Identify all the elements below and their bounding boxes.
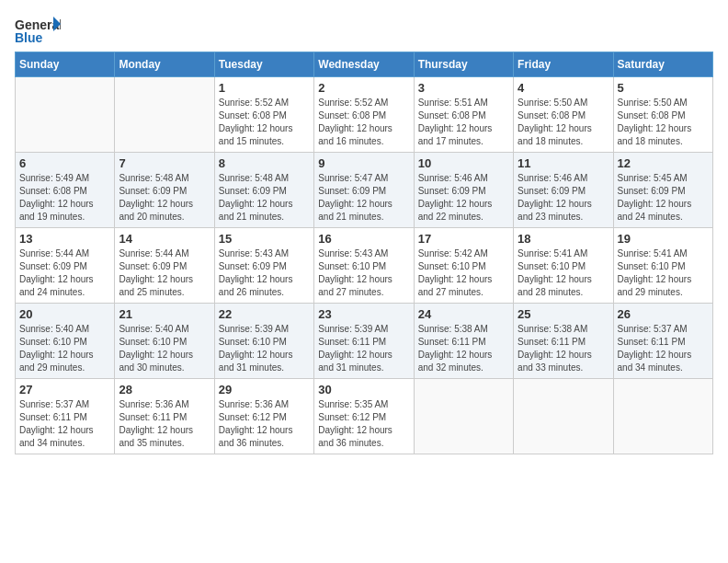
day-number: 11	[518, 156, 609, 170]
calendar-cell: 5Sunrise: 5:50 AM Sunset: 6:08 PM Daylig…	[613, 77, 712, 153]
calendar-cell: 8Sunrise: 5:48 AM Sunset: 6:09 PM Daylig…	[214, 153, 313, 228]
day-number: 7	[119, 156, 210, 170]
calendar-week-row: 1Sunrise: 5:52 AM Sunset: 6:08 PM Daylig…	[16, 77, 713, 153]
day-number: 23	[318, 307, 409, 321]
day-number: 3	[418, 81, 509, 95]
day-info: Sunrise: 5:38 AM Sunset: 6:11 PM Dayligh…	[518, 323, 609, 374]
day-info: Sunrise: 5:47 AM Sunset: 6:09 PM Dayligh…	[318, 172, 409, 224]
day-number: 10	[418, 156, 509, 170]
calendar-week-row: 6Sunrise: 5:49 AM Sunset: 6:08 PM Daylig…	[16, 153, 713, 228]
calendar-week-row: 27Sunrise: 5:37 AM Sunset: 6:11 PM Dayli…	[16, 379, 713, 454]
logo-svg: GeneralBlue	[15, 15, 61, 48]
day-number: 24	[418, 307, 509, 321]
day-number: 1	[219, 81, 310, 95]
calendar-cell: 2Sunrise: 5:52 AM Sunset: 6:08 PM Daylig…	[314, 77, 414, 153]
day-number: 21	[119, 307, 210, 321]
day-info: Sunrise: 5:52 AM Sunset: 6:08 PM Dayligh…	[318, 97, 409, 148]
logo: GeneralBlue	[15, 15, 61, 48]
day-info: Sunrise: 5:48 AM Sunset: 6:09 PM Dayligh…	[119, 172, 210, 224]
calendar-cell: 22Sunrise: 5:39 AM Sunset: 6:10 PM Dayli…	[214, 304, 313, 379]
day-number: 17	[418, 232, 509, 246]
calendar-cell: 19Sunrise: 5:41 AM Sunset: 6:10 PM Dayli…	[613, 228, 712, 304]
day-info: Sunrise: 5:52 AM Sunset: 6:08 PM Dayligh…	[219, 97, 310, 148]
calendar-cell: 4Sunrise: 5:50 AM Sunset: 6:08 PM Daylig…	[514, 77, 613, 153]
day-info: Sunrise: 5:44 AM Sunset: 6:09 PM Dayligh…	[119, 247, 210, 299]
day-info: Sunrise: 5:48 AM Sunset: 6:09 PM Dayligh…	[219, 172, 310, 224]
day-info: Sunrise: 5:50 AM Sunset: 6:08 PM Dayligh…	[618, 97, 709, 148]
day-info: Sunrise: 5:42 AM Sunset: 6:10 PM Dayligh…	[418, 247, 509, 299]
calendar-cell: 29Sunrise: 5:36 AM Sunset: 6:12 PM Dayli…	[214, 379, 313, 454]
calendar-cell: 14Sunrise: 5:44 AM Sunset: 6:09 PM Dayli…	[115, 228, 214, 304]
calendar-cell: 30Sunrise: 5:35 AM Sunset: 6:12 PM Dayli…	[314, 379, 414, 454]
day-number: 19	[618, 232, 709, 246]
calendar-cell	[414, 379, 513, 454]
day-number: 13	[19, 232, 110, 246]
day-info: Sunrise: 5:43 AM Sunset: 6:09 PM Dayligh…	[219, 247, 310, 299]
day-info: Sunrise: 5:46 AM Sunset: 6:09 PM Dayligh…	[418, 172, 509, 224]
day-number: 9	[318, 156, 409, 170]
day-info: Sunrise: 5:46 AM Sunset: 6:09 PM Dayligh…	[518, 172, 609, 224]
day-number: 14	[119, 232, 210, 246]
column-header-wednesday: Wednesday	[314, 52, 414, 77]
day-info: Sunrise: 5:41 AM Sunset: 6:10 PM Dayligh…	[518, 247, 609, 299]
day-info: Sunrise: 5:41 AM Sunset: 6:10 PM Dayligh…	[618, 247, 709, 299]
day-number: 8	[219, 156, 310, 170]
day-info: Sunrise: 5:38 AM Sunset: 6:11 PM Dayligh…	[418, 323, 509, 374]
column-header-tuesday: Tuesday	[214, 52, 313, 77]
calendar-table: SundayMondayTuesdayWednesdayThursdayFrid…	[15, 52, 713, 454]
day-info: Sunrise: 5:39 AM Sunset: 6:11 PM Dayligh…	[318, 323, 409, 374]
calendar-cell: 27Sunrise: 5:37 AM Sunset: 6:11 PM Dayli…	[16, 379, 115, 454]
day-number: 22	[219, 307, 310, 321]
column-header-thursday: Thursday	[414, 52, 513, 77]
day-info: Sunrise: 5:36 AM Sunset: 6:11 PM Dayligh…	[119, 398, 210, 450]
day-info: Sunrise: 5:37 AM Sunset: 6:11 PM Dayligh…	[19, 398, 110, 450]
calendar-cell: 20Sunrise: 5:40 AM Sunset: 6:10 PM Dayli…	[16, 304, 115, 379]
day-info: Sunrise: 5:36 AM Sunset: 6:12 PM Dayligh…	[219, 398, 310, 450]
calendar-cell: 18Sunrise: 5:41 AM Sunset: 6:10 PM Dayli…	[514, 228, 613, 304]
day-info: Sunrise: 5:43 AM Sunset: 6:10 PM Dayligh…	[318, 247, 409, 299]
day-number: 29	[219, 383, 310, 396]
calendar-header-row: SundayMondayTuesdayWednesdayThursdayFrid…	[16, 52, 713, 77]
calendar-cell	[514, 379, 613, 454]
calendar-cell: 9Sunrise: 5:47 AM Sunset: 6:09 PM Daylig…	[314, 153, 414, 228]
day-number: 18	[518, 232, 609, 246]
calendar-cell: 24Sunrise: 5:38 AM Sunset: 6:11 PM Dayli…	[414, 304, 513, 379]
calendar-cell: 11Sunrise: 5:46 AM Sunset: 6:09 PM Dayli…	[514, 153, 613, 228]
day-number: 6	[19, 156, 110, 170]
day-number: 2	[318, 81, 409, 95]
column-header-monday: Monday	[115, 52, 214, 77]
calendar-cell: 16Sunrise: 5:43 AM Sunset: 6:10 PM Dayli…	[314, 228, 414, 304]
day-number: 15	[219, 232, 310, 246]
calendar-cell: 7Sunrise: 5:48 AM Sunset: 6:09 PM Daylig…	[115, 153, 214, 228]
calendar-cell: 10Sunrise: 5:46 AM Sunset: 6:09 PM Dayli…	[414, 153, 513, 228]
calendar-cell: 28Sunrise: 5:36 AM Sunset: 6:11 PM Dayli…	[115, 379, 214, 454]
day-number: 28	[119, 383, 210, 396]
day-number: 5	[618, 81, 709, 95]
day-number: 20	[19, 307, 110, 321]
column-header-friday: Friday	[514, 52, 613, 77]
calendar-cell	[115, 77, 214, 153]
day-number: 30	[318, 383, 409, 396]
day-info: Sunrise: 5:50 AM Sunset: 6:08 PM Dayligh…	[518, 97, 609, 148]
calendar-cell: 1Sunrise: 5:52 AM Sunset: 6:08 PM Daylig…	[214, 77, 313, 153]
day-number: 26	[618, 307, 709, 321]
day-info: Sunrise: 5:51 AM Sunset: 6:08 PM Dayligh…	[418, 97, 509, 148]
calendar-cell	[613, 379, 712, 454]
day-number: 16	[318, 232, 409, 246]
calendar-cell: 13Sunrise: 5:44 AM Sunset: 6:09 PM Dayli…	[16, 228, 115, 304]
calendar-cell: 6Sunrise: 5:49 AM Sunset: 6:08 PM Daylig…	[16, 153, 115, 228]
calendar-cell: 3Sunrise: 5:51 AM Sunset: 6:08 PM Daylig…	[414, 77, 513, 153]
column-header-saturday: Saturday	[613, 52, 712, 77]
calendar-week-row: 20Sunrise: 5:40 AM Sunset: 6:10 PM Dayli…	[16, 304, 713, 379]
calendar-cell: 23Sunrise: 5:39 AM Sunset: 6:11 PM Dayli…	[314, 304, 414, 379]
calendar-cell: 15Sunrise: 5:43 AM Sunset: 6:09 PM Dayli…	[214, 228, 313, 304]
calendar-cell: 26Sunrise: 5:37 AM Sunset: 6:11 PM Dayli…	[613, 304, 712, 379]
day-number: 4	[518, 81, 609, 95]
calendar-cell	[16, 77, 115, 153]
calendar-week-row: 13Sunrise: 5:44 AM Sunset: 6:09 PM Dayli…	[16, 228, 713, 304]
day-info: Sunrise: 5:45 AM Sunset: 6:09 PM Dayligh…	[618, 172, 709, 224]
svg-text:Blue: Blue	[15, 30, 43, 45]
day-number: 25	[518, 307, 609, 321]
day-info: Sunrise: 5:35 AM Sunset: 6:12 PM Dayligh…	[318, 398, 409, 450]
day-info: Sunrise: 5:37 AM Sunset: 6:11 PM Dayligh…	[618, 323, 709, 374]
